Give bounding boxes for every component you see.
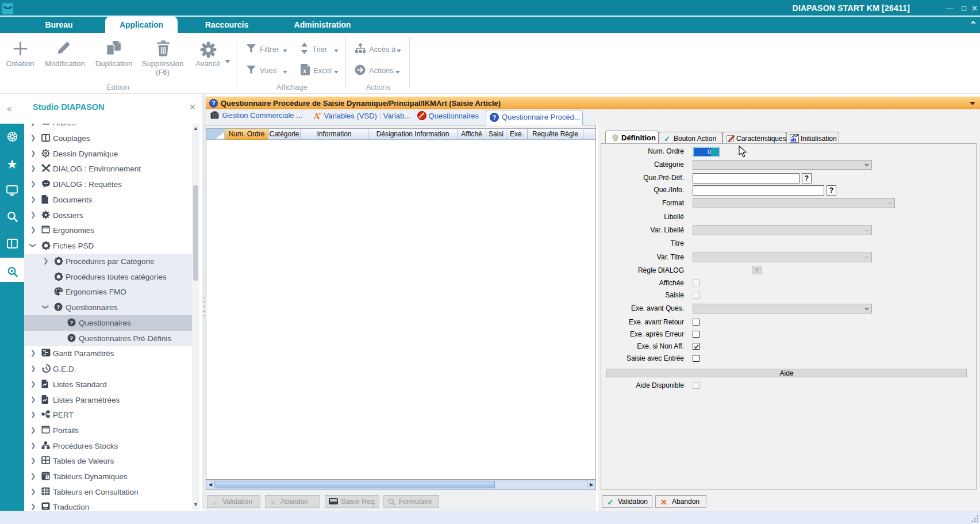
svg-text:?: ? (493, 114, 497, 121)
svg-text:?: ? (70, 319, 74, 326)
svg-text:?: ? (57, 304, 60, 310)
svg-text:A: A (314, 112, 320, 121)
svg-text:?: ? (212, 100, 215, 106)
svg-text:?: ? (70, 335, 74, 341)
svg-text:x: x (303, 68, 306, 74)
